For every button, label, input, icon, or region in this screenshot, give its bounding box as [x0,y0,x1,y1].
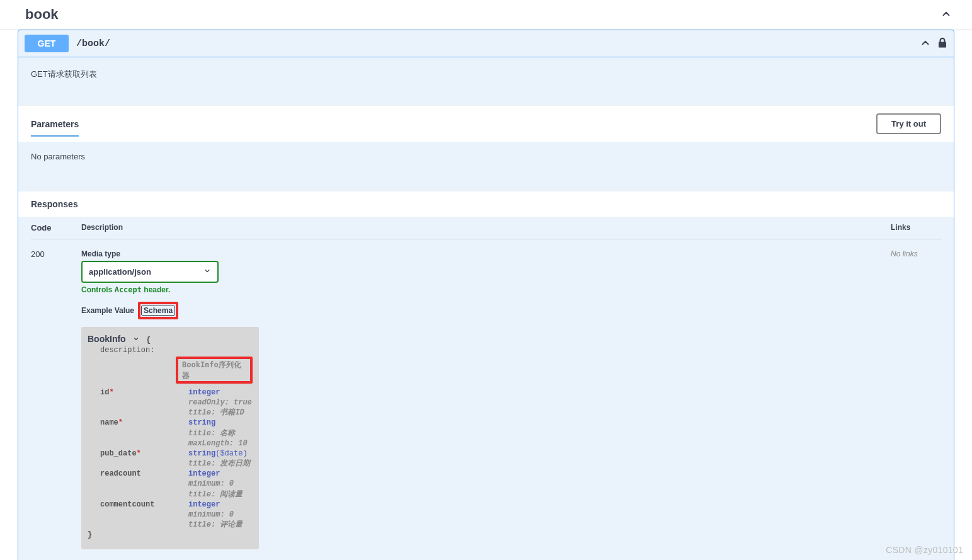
schema-description-highlight: BookInfo序列化器 [176,357,253,383]
schema-box: BookInfo { description: BookInfo序列化器 [81,327,259,549]
responses-table-header: Code Description Links [31,217,941,239]
tab-schema-highlight: Schema [138,302,178,319]
schema-property-type: string [188,449,215,458]
schema-model-name[interactable]: BookInfo [88,334,126,344]
schema-property-meta: title: 书籍ID [188,408,252,418]
lock-icon[interactable] [937,37,947,50]
tab-schema[interactable]: Schema [141,306,175,316]
schema-property-type: integer [188,388,220,397]
try-it-out-button[interactable]: Try it out [876,113,941,134]
responses-header: Responses [18,191,954,217]
no-parameters: No parameters [18,142,954,191]
schema-property-meta: title: 发布日期 [188,459,250,469]
operation-path: /book/ [76,38,920,49]
operation-block: GET /book/ GET请求获取列表 Parameters Try it o… [18,30,954,560]
schema-property: name*stringtitle: 名称maxLength: 10 [100,418,253,449]
chevron-down-icon [203,267,211,277]
schema-property-name: commentcount [100,500,188,530]
schema-property-name: name* [100,418,188,449]
schema-property: commentcountintegerminimum: 0title: 评论量 [100,500,253,530]
schema-property-name: readcount [100,469,188,500]
response-links: No links [891,249,941,549]
media-type-label: Media type [81,249,891,258]
chevron-up-icon [941,8,952,21]
schema-property-meta: title: 名称 [188,428,248,438]
schema-property-name: id* [100,387,188,418]
response-code: 200 [31,249,81,549]
tag-header[interactable]: book [0,0,972,30]
schema-description-key: description: [100,345,188,355]
schema-property-type: integer [188,500,220,509]
parameters-title: Parameters [31,119,79,137]
parameters-header: Parameters Try it out [18,105,954,142]
col-code-header: Code [31,223,81,232]
schema-property-meta: title: 阅读量 [188,489,243,500]
schema-property: pub_date*string($date)title: 发布日期 [100,449,253,469]
col-desc-header: Description [81,223,891,232]
schema-property-name: pub_date* [100,449,188,469]
schema-property-type: integer [188,469,220,478]
schema-property-meta: readOnly: true [188,397,252,408]
chevron-up-icon [920,37,931,50]
media-type-select[interactable]: application/json [81,261,219,283]
tab-example-value[interactable]: Example Value [81,306,134,315]
responses-title: Responses [31,199,78,209]
schema-property-type: string [188,418,215,427]
schema-property-meta: title: 评论量 [188,520,243,530]
schema-property-meta: minimum: 0 [188,479,243,489]
schema-property: id*integerreadOnly: truetitle: 书籍ID [100,387,253,418]
tag-name: book [25,6,59,23]
schema-property-meta: maxLength: 10 [188,438,248,449]
col-links-header: Links [891,223,941,232]
controls-accept-note: Controls Accept header. [81,285,891,294]
method-badge: GET [25,35,69,52]
chevron-down-icon[interactable] [133,335,139,345]
model-tabs: Example Value Schema [81,302,891,319]
media-type-value: application/json [89,267,151,277]
schema-property: readcountintegerminimum: 0title: 阅读量 [100,469,253,500]
operation-summary[interactable]: GET /book/ [18,30,954,57]
operation-description: GET请求获取列表 [18,57,954,105]
schema-property-meta: minimum: 0 [188,510,243,520]
response-row: 200 Media type application/json Controls… [31,239,941,560]
